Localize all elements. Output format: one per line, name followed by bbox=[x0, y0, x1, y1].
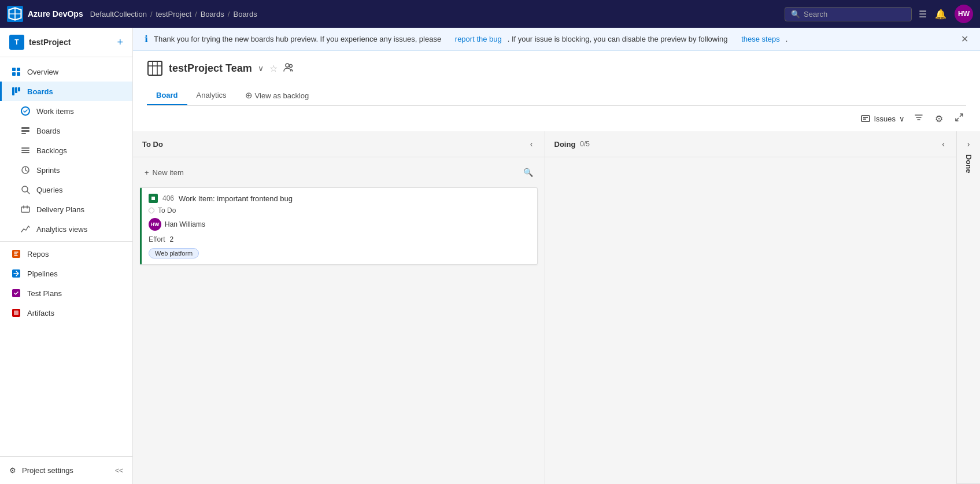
tab-analytics[interactable]: Analytics bbox=[187, 86, 236, 105]
filter-button[interactable] bbox=[912, 110, 926, 127]
svg-rect-6 bbox=[12, 72, 16, 76]
star-icon[interactable]: ☆ bbox=[269, 63, 278, 74]
notice-close-button[interactable]: ✕ bbox=[961, 34, 968, 45]
testplans-icon bbox=[11, 288, 21, 298]
overview-icon bbox=[11, 66, 21, 77]
delivery-icon bbox=[20, 204, 31, 215]
work-item-card[interactable]: 406 Work Item: important frontend bug To… bbox=[140, 187, 538, 265]
svg-rect-14 bbox=[21, 133, 26, 134]
issues-button[interactable]: Issues ∨ bbox=[861, 114, 905, 123]
breadcrumb: DefaultCollection / testProject / Boards… bbox=[90, 10, 778, 19]
sidebar-item-boards[interactable]: Boards bbox=[0, 82, 132, 101]
tab-board[interactable]: Board bbox=[147, 86, 187, 105]
user-avatar[interactable]: HW bbox=[955, 5, 973, 23]
board-chevron[interactable]: ∨ bbox=[258, 64, 264, 73]
column-todo-title: To Do bbox=[142, 140, 163, 149]
svg-rect-7 bbox=[17, 72, 20, 76]
sidebar-backlogs-label: Backlogs bbox=[36, 146, 67, 155]
sidebar-item-sprints[interactable]: Sprints bbox=[0, 160, 132, 180]
svg-point-34 bbox=[289, 65, 292, 68]
board-tabs: Board Analytics ⊕ View as backlog bbox=[147, 86, 966, 106]
sidebar: T testProject + Overview Boards bbox=[0, 28, 133, 484]
add-item-button[interactable]: + New item bbox=[145, 168, 184, 177]
column-doing-title: Doing bbox=[554, 140, 576, 149]
svg-rect-9 bbox=[15, 87, 17, 93]
notice-link-steps[interactable]: these steps bbox=[741, 35, 780, 43]
fullscreen-button[interactable] bbox=[952, 110, 966, 127]
sidebar-item-artifacts[interactable]: Artifacts bbox=[0, 303, 132, 323]
notification-icon[interactable]: 🔔 bbox=[935, 9, 946, 20]
sidebar-repos-label: Repos bbox=[27, 250, 49, 258]
effort-label: Effort bbox=[149, 235, 165, 243]
sidebar-item-delivery[interactable]: Delivery Plans bbox=[0, 199, 132, 219]
sidebar-artifacts-label: Artifacts bbox=[27, 309, 54, 317]
breadcrumb-boards2[interactable]: Boards bbox=[233, 10, 257, 19]
board-title-row: testProject Team ∨ ☆ bbox=[147, 60, 966, 76]
assignee-name: Han Williams bbox=[165, 220, 205, 228]
column-todo-header: To Do ‹ bbox=[133, 131, 545, 157]
column-doing-count: 0/5 bbox=[580, 140, 590, 148]
sidebar-settings[interactable]: ⚙ Project settings << bbox=[0, 461, 132, 479]
column-search-button[interactable]: 🔍 bbox=[523, 168, 533, 177]
notice-text-before: Thank you for trying the new boards hub … bbox=[154, 35, 441, 43]
sidebar-item-testplans[interactable]: Test Plans bbox=[0, 283, 132, 303]
content-area: ℹ Thank you for trying the new boards hu… bbox=[133, 28, 980, 484]
sidebar-item-workitems[interactable]: Work items bbox=[0, 101, 132, 121]
collapse-icon[interactable]: << bbox=[115, 467, 123, 475]
search-input[interactable] bbox=[804, 10, 905, 19]
sidebar-item-overview[interactable]: Overview bbox=[0, 62, 132, 82]
sidebar-pipelines-label: Pipelines bbox=[27, 269, 58, 278]
add-project-button[interactable]: + bbox=[117, 36, 123, 49]
sidebar-delivery-label: Delivery Plans bbox=[36, 205, 84, 214]
sidebar-item-boards2[interactable]: Boards bbox=[0, 121, 132, 141]
card-id: 406 bbox=[162, 194, 174, 202]
view-as-backlog[interactable]: ⊕ View as backlog bbox=[236, 86, 319, 105]
column-done: › Done bbox=[957, 131, 980, 484]
info-icon: ℹ bbox=[145, 34, 148, 45]
column-doing-collapse[interactable]: ‹ bbox=[940, 138, 947, 150]
card-top: 406 Work Item: important frontend bug bbox=[149, 194, 530, 203]
project-label: testProject bbox=[29, 38, 71, 47]
sidebar-item-pipelines[interactable]: Pipelines bbox=[0, 264, 132, 283]
board-settings-button[interactable]: ⚙ bbox=[933, 111, 945, 127]
manage-team-icon[interactable] bbox=[283, 62, 294, 75]
app-logo[interactable]: Azure DevOps bbox=[7, 6, 83, 22]
topbar-icons: ☰ 🔔 HW bbox=[919, 5, 973, 23]
menu-icon[interactable]: ☰ bbox=[919, 9, 927, 20]
backlogs-icon bbox=[20, 145, 31, 156]
issues-label: Issues bbox=[874, 114, 896, 123]
notice-text-middle: . If your issue is blocking, you can dis… bbox=[508, 35, 728, 43]
card-assignee: HW Han Williams bbox=[149, 218, 530, 231]
svg-rect-16 bbox=[21, 150, 29, 151]
svg-rect-10 bbox=[18, 87, 20, 91]
status-text: To Do bbox=[158, 206, 176, 215]
column-done-expand[interactable]: › bbox=[965, 138, 972, 150]
workitems-icon bbox=[20, 106, 31, 116]
svg-rect-29 bbox=[148, 61, 162, 75]
notice-text-after: . bbox=[786, 35, 788, 43]
assignee-avatar: HW bbox=[149, 218, 161, 231]
topbar: Azure DevOps DefaultCollection / testPro… bbox=[0, 0, 980, 28]
svg-rect-15 bbox=[21, 147, 29, 149]
search-bar[interactable]: 🔍 bbox=[785, 7, 912, 21]
main-layout: T testProject + Overview Boards bbox=[0, 28, 980, 484]
boards2-icon bbox=[20, 125, 31, 136]
breadcrumb-boards[interactable]: Boards bbox=[201, 10, 224, 19]
project-icon: T bbox=[9, 35, 24, 50]
repos-icon bbox=[11, 249, 21, 259]
breadcrumb-project[interactable]: testProject bbox=[156, 10, 191, 19]
sidebar-sprints-label: Sprints bbox=[36, 166, 60, 175]
sidebar-item-backlogs[interactable]: Backlogs bbox=[0, 141, 132, 160]
sidebar-boards-label: Boards bbox=[27, 87, 53, 96]
sidebar-item-repos[interactable]: Repos bbox=[0, 244, 132, 264]
column-todo-collapse[interactable]: ‹ bbox=[528, 138, 535, 150]
queries-icon bbox=[20, 184, 31, 195]
settings-label: Project settings bbox=[22, 466, 73, 475]
view-as-backlog-label: View as backlog bbox=[255, 91, 309, 100]
sidebar-item-analytics[interactable]: Analytics views bbox=[0, 219, 132, 239]
notice-link-report[interactable]: report the bug bbox=[455, 35, 502, 43]
breadcrumb-collection[interactable]: DefaultCollection bbox=[90, 10, 147, 19]
svg-point-33 bbox=[286, 64, 289, 67]
svg-rect-4 bbox=[12, 68, 16, 71]
sidebar-item-queries[interactable]: Queries bbox=[0, 180, 132, 199]
